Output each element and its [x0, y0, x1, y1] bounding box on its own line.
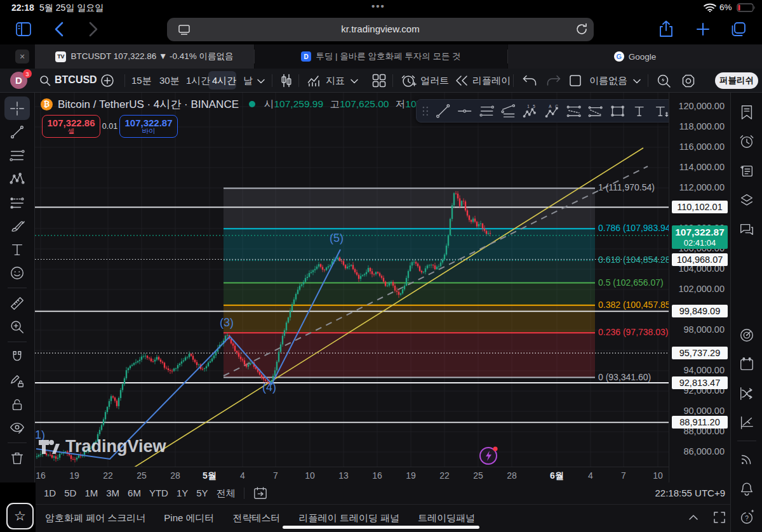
undo-icon[interactable]	[522, 75, 537, 86]
calendar-button[interactable]	[734, 350, 759, 379]
search-icon[interactable]	[39, 75, 51, 86]
range-3M[interactable]: 3M	[106, 488, 119, 500]
anchored-text-tool-icon[interactable]	[653, 103, 669, 119]
price-line-label[interactable]: 110,102.01	[672, 201, 728, 213]
indicators-chevron-icon[interactable]	[350, 77, 359, 85]
range-YTD[interactable]: YTD	[149, 488, 168, 500]
notifications-button[interactable]	[734, 474, 759, 503]
drag-handle-icon[interactable]	[422, 105, 429, 117]
publish-button[interactable]: 퍼블리쉬	[715, 72, 758, 89]
interval-날[interactable]: 날	[243, 75, 253, 87]
interval-30분[interactable]: 30분	[159, 75, 180, 87]
bottom-tab[interactable]: 리플레이 트레이딩 패널	[299, 512, 399, 524]
alert-clock-icon[interactable]	[401, 74, 417, 88]
screener-button[interactable]	[734, 321, 759, 350]
sidebar-toggle-icon[interactable]	[15, 21, 32, 37]
range-5Y[interactable]: 5Y	[196, 488, 208, 500]
layout-square-icon[interactable]	[569, 74, 582, 87]
price-line-label[interactable]: 95,737.29	[672, 347, 728, 359]
multitasking-dots-icon[interactable]: •••	[371, 1, 385, 11]
range-5D[interactable]: 5D	[64, 488, 76, 500]
reload-icon[interactable]	[575, 22, 589, 36]
news-button[interactable]	[734, 156, 759, 185]
alerts-button[interactable]	[734, 127, 759, 156]
tool-magnet[interactable]	[4, 345, 30, 369]
buy-button[interactable]: 107,322.87 바이	[119, 115, 178, 138]
settings-icon[interactable]	[681, 74, 696, 88]
layout-chevron-icon[interactable]	[632, 77, 641, 85]
elliott-correction-tool-icon[interactable]: A C	[544, 103, 560, 119]
price-chart[interactable]	[35, 93, 669, 467]
tab-btcusdt[interactable]: TV BTCUSDT 107,322.86 ▼ -0.41% 이름없음	[35, 44, 254, 69]
server-clock[interactable]: 22:18:55 UTC+9	[655, 488, 726, 498]
trend-line-tool-icon[interactable]	[435, 103, 451, 119]
tabs-overview-icon[interactable]	[730, 21, 747, 37]
tool-measure[interactable]	[4, 291, 30, 315]
interval-chevron-icon[interactable]	[257, 77, 265, 85]
parallel-channel-tool-icon[interactable]	[500, 103, 516, 119]
range-1Y[interactable]: 1Y	[177, 488, 188, 500]
tool-pattern[interactable]	[4, 167, 30, 190]
share-icon[interactable]	[658, 20, 674, 38]
object-tree-button[interactable]	[734, 185, 759, 215]
dom-button[interactable]	[734, 408, 759, 437]
indicators-icon[interactable]	[307, 74, 321, 87]
flat-top-bottom-tool-icon[interactable]	[566, 103, 582, 119]
interval-15분[interactable]: 15분	[131, 75, 152, 87]
boost-icon[interactable]	[478, 444, 500, 466]
bottom-tab[interactable]: 전략테스터	[233, 512, 281, 524]
fib-lines-tool-icon[interactable]	[479, 103, 495, 119]
tab-google[interactable]: G Google	[508, 44, 762, 69]
tool-trend-line[interactable]	[4, 120, 30, 143]
interval-4시간[interactable]: 4시간	[212, 75, 236, 87]
tool-zoom-in[interactable]	[4, 315, 30, 338]
tool-emoji[interactable]	[4, 261, 30, 284]
tool-text[interactable]	[4, 237, 30, 261]
text-tool-2-icon[interactable]	[631, 103, 647, 119]
rectangle-tool-icon[interactable]	[610, 103, 625, 119]
bottom-tab[interactable]: 암호화폐 페어 스크리너	[45, 512, 145, 524]
price-line-label[interactable]: 99,849.09	[672, 305, 728, 317]
forward-button-icon[interactable]	[85, 21, 100, 37]
price-line-label[interactable]: 88,911.20	[672, 416, 728, 429]
alert-button[interactable]: 얼러트	[420, 75, 449, 87]
sell-button[interactable]: 107,322.86 셀	[42, 115, 100, 138]
home-indicator[interactable]	[283, 526, 479, 529]
chart-type-candles-icon[interactable]	[279, 74, 293, 88]
disjoint-channel-tool-icon[interactable]	[587, 103, 603, 119]
replay-rewind-icon[interactable]	[455, 75, 469, 86]
tool-forecast[interactable]	[4, 190, 30, 214]
pine-ideas-button[interactable]	[734, 379, 759, 408]
fullscreen-icon[interactable]	[712, 510, 726, 524]
range-1D[interactable]: 1D	[44, 488, 56, 500]
new-tab-icon[interactable]	[695, 22, 711, 37]
price-axis[interactable]: 120,000.00118,000.00116,000.00114,000.00…	[669, 93, 730, 482]
bottom-tab[interactable]: Pine 에디터	[164, 512, 214, 524]
price-line-label[interactable]: 92,813.47	[672, 376, 728, 389]
tool-hide-drawings[interactable]	[4, 416, 30, 439]
address-bar[interactable]: kr.tradingview.com	[167, 18, 594, 41]
indicators-button[interactable]: 지표	[326, 75, 345, 87]
time-axis[interactable]: 16192225285월47101316192225286월4710	[35, 467, 669, 482]
tool-drawing-mode[interactable]	[4, 369, 30, 392]
layout-name[interactable]: 이름없음	[589, 75, 627, 87]
streams-button[interactable]	[734, 444, 759, 474]
symbol-button[interactable]: BTCUSD	[55, 74, 97, 86]
range-전체[interactable]: 전체	[217, 488, 236, 500]
help-button[interactable]: ?	[734, 503, 759, 532]
panel-expand-chevron-icon[interactable]	[687, 512, 700, 523]
quick-search-icon[interactable]	[657, 74, 671, 88]
chart-legend[interactable]: ₿ Bitcoin / TetherUS · 4시간 · BINANCE 시10…	[41, 97, 422, 111]
favorites-toolbar-button[interactable]: ☆	[6, 503, 34, 529]
redo-icon[interactable]	[546, 75, 561, 86]
tool-crosshair[interactable]	[4, 96, 30, 120]
elliott-impulse-tool-icon[interactable]: 1 5	[522, 103, 538, 119]
compare-add-icon[interactable]	[100, 74, 114, 88]
layout-grid-icon[interactable]	[372, 74, 386, 88]
bottom-tab[interactable]: 트레이딩패널	[418, 512, 475, 524]
tool-lock-all[interactable]	[4, 392, 30, 416]
tool-remove-drawings[interactable]	[4, 446, 30, 470]
chat-button[interactable]	[734, 215, 759, 244]
replay-button[interactable]: 리플레이	[472, 75, 511, 87]
range-6M[interactable]: 6M	[128, 488, 141, 500]
